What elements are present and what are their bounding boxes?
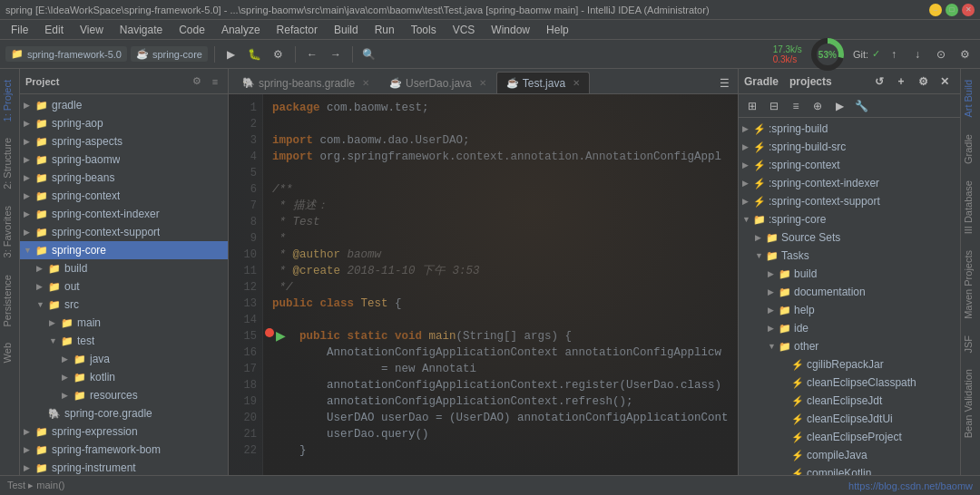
code-line[interactable]: }	[272, 442, 729, 459]
gradle-tree-item-ide[interactable]: ▶📁ide	[739, 319, 960, 337]
tree-item-build[interactable]: ▶📁build	[20, 259, 228, 277]
tree-item-java[interactable]: ▶📁java	[20, 350, 228, 368]
code-lines[interactable]: package com.baomw.test; import com.baomw…	[263, 94, 738, 475]
tree-item-main[interactable]: ▶📁main	[20, 314, 228, 332]
side-tab-gradle[interactable]: Gradle	[961, 127, 980, 171]
gradle-close-button[interactable]: ✕	[935, 72, 955, 92]
gradle-group-tasks[interactable]: ≡	[786, 96, 806, 116]
gradle-collapse-all[interactable]: ⊟	[764, 96, 784, 116]
gradle-show-dependencies[interactable]: ⊕	[808, 96, 828, 116]
tab-test-java[interactable]: ☕ Test.java ✕	[496, 72, 590, 93]
tree-item-spring-context-support[interactable]: ▶📁spring-context-support	[20, 223, 228, 241]
gradle-tree-item--spring-context-indexer[interactable]: ▶⚡:spring-context-indexer	[739, 174, 960, 192]
menu-item-code[interactable]: Code	[172, 22, 212, 38]
minimize-button[interactable]: –	[929, 4, 942, 16]
menu-item-build[interactable]: Build	[327, 22, 366, 38]
menu-item-vcs[interactable]: VCS	[446, 22, 483, 38]
project-panel-layout[interactable]: ≡	[208, 74, 222, 89]
code-editor[interactable]: 12345678910111213141516171819202122 pack…	[229, 94, 738, 475]
side-tab-structure[interactable]: 2: Structure	[0, 131, 20, 197]
gradle-settings-button[interactable]: ⚙	[913, 72, 933, 92]
search-everywhere-button[interactable]: 🔍	[359, 44, 379, 64]
forward-button[interactable]: →	[326, 44, 346, 64]
gradle-tree-item-compilekotlin[interactable]: ⚡compileKotlin	[739, 464, 960, 475]
code-line[interactable]: */	[272, 279, 729, 296]
code-line[interactable]: annotationConfigApplicationContext.refre…	[272, 393, 729, 410]
code-line[interactable]: public static void main(String[] args) {	[272, 328, 729, 345]
maximize-button[interactable]: □	[946, 4, 958, 16]
code-line[interactable]: * @author baomw	[272, 247, 729, 263]
tab-close-test[interactable]: ✕	[573, 78, 580, 88]
back-button[interactable]: ←	[302, 44, 322, 64]
menu-item-edit[interactable]: Edit	[37, 22, 71, 38]
code-line[interactable]: /**	[272, 181, 729, 198]
run-gutter-icon[interactable]: ▶	[276, 328, 286, 343]
gradle-add-button[interactable]: +	[891, 72, 911, 92]
code-line[interactable]: * Test	[272, 214, 729, 230]
tree-item-spring-beans[interactable]: ▶📁spring-beans	[20, 169, 228, 187]
tree-item-spring-core[interactable]: ▼📁spring-core	[20, 241, 228, 259]
code-line[interactable]: userDao.query()	[272, 426, 729, 442]
menu-item-help[interactable]: Help	[539, 22, 576, 38]
run-config-button[interactable]: ⚙	[269, 44, 289, 64]
side-tab-jsf[interactable]: JSF	[961, 328, 980, 361]
side-tab-maven[interactable]: Maven Projects	[961, 243, 980, 326]
gradle-tree-item-compilejava[interactable]: ⚡compileJava	[739, 446, 960, 464]
side-tab-favorites[interactable]: 3: Favorites	[0, 199, 20, 265]
code-line[interactable]: AnnotationConfigApplicationContext annot…	[272, 345, 729, 361]
tab-close-gradle[interactable]: ✕	[362, 78, 369, 88]
code-line[interactable]: annotationConfigApplicationContext.regis…	[272, 377, 729, 393]
gradle-tree-item--spring-context[interactable]: ▶⚡:spring-context	[739, 156, 960, 174]
tree-item-resources[interactable]: ▶📁resources	[20, 386, 228, 404]
gradle-open-settings[interactable]: 🔧	[851, 96, 871, 116]
breakpoint-indicator[interactable]	[265, 328, 274, 337]
code-line[interactable]: import com.baomw.dao.UserDAO;	[272, 132, 729, 149]
gradle-tree-item-help[interactable]: ▶📁help	[739, 301, 960, 319]
code-line[interactable]: package com.baomw.test;	[272, 100, 729, 116]
tree-item-spring-aspects[interactable]: ▶📁spring-aspects	[20, 132, 228, 150]
code-line[interactable]: import org.springframework.context.annot…	[272, 149, 729, 165]
close-button[interactable]: ✕	[962, 4, 975, 16]
side-tab-persistence[interactable]: Persistence	[0, 267, 20, 334]
tab-close-userdao[interactable]: ✕	[479, 78, 486, 88]
gradle-execute[interactable]: ▶	[829, 96, 849, 116]
code-line[interactable]: public class Test {	[272, 296, 729, 312]
side-tab-web[interactable]: Web	[0, 335, 20, 370]
gradle-tree-item-cleaneclipsejdtui[interactable]: ⚡cleanEclipseJdtUi	[739, 410, 960, 428]
code-line[interactable]: *	[272, 230, 729, 247]
gradle-tree-item-tasks[interactable]: ▼📁Tasks	[739, 247, 960, 265]
tree-item-spring-context-indexer[interactable]: ▶📁spring-context-indexer	[20, 205, 228, 223]
editor-recent-files[interactable]: ☰	[714, 73, 734, 93]
tree-item-src[interactable]: ▼📁src	[20, 296, 228, 314]
menu-item-view[interactable]: View	[73, 22, 111, 38]
code-line[interactable]: = new Annotati	[272, 361, 729, 377]
tree-item-gradle[interactable]: ▶📁gradle	[20, 96, 228, 114]
tree-item-spring-baomw[interactable]: ▶📁spring-baomw	[20, 150, 228, 169]
code-line[interactable]	[272, 165, 729, 181]
tree-item-spring-instrument[interactable]: ▶📁spring-instrument	[20, 459, 228, 475]
menu-item-tools[interactable]: Tools	[404, 22, 444, 38]
side-tab-bean[interactable]: Bean Validation	[961, 362, 980, 445]
tree-item-spring-expression[interactable]: ▶📁spring-expression	[20, 422, 228, 441]
gradle-refresh-button[interactable]: ↺	[869, 72, 889, 92]
gradle-tree-item-cgilibrepackjar[interactable]: ⚡cgilibRepackJar	[739, 355, 960, 374]
run-button[interactable]: ▶	[221, 44, 241, 64]
gradle-tree-item-build[interactable]: ▶📁build	[739, 265, 960, 283]
debug-button[interactable]: 🐛	[245, 44, 265, 64]
tree-item-spring-aop[interactable]: ▶📁spring-aop	[20, 114, 228, 132]
side-tab-project[interactable]: 1: Project	[0, 73, 20, 129]
gradle-tree-item-cleaneclipsejdt[interactable]: ⚡cleanEclipseJdt	[739, 392, 960, 410]
tree-item-spring-framework-bom[interactable]: ▶📁spring-framework-bom	[20, 441, 228, 459]
menu-item-file[interactable]: File	[4, 22, 35, 38]
tree-item-test[interactable]: ▼📁test	[20, 332, 228, 350]
gradle-tree-item-other[interactable]: ▼📁other	[739, 337, 960, 355]
menu-item-refactor[interactable]: Refactor	[270, 22, 325, 38]
gradle-tree-item-documentation[interactable]: ▶📁documentation	[739, 283, 960, 301]
git-history-button[interactable]: ⊙	[931, 44, 951, 64]
gradle-expand-all[interactable]: ⊞	[742, 96, 762, 116]
menu-item-run[interactable]: Run	[368, 22, 402, 38]
gradle-tree-item-source-sets[interactable]: ▶📁Source Sets	[739, 228, 960, 247]
project-selector[interactable]: 📁 spring-framework-5.0	[5, 46, 127, 62]
project-panel-gear[interactable]: ⚙	[190, 74, 204, 89]
menu-item-analyze[interactable]: Analyze	[214, 22, 268, 38]
